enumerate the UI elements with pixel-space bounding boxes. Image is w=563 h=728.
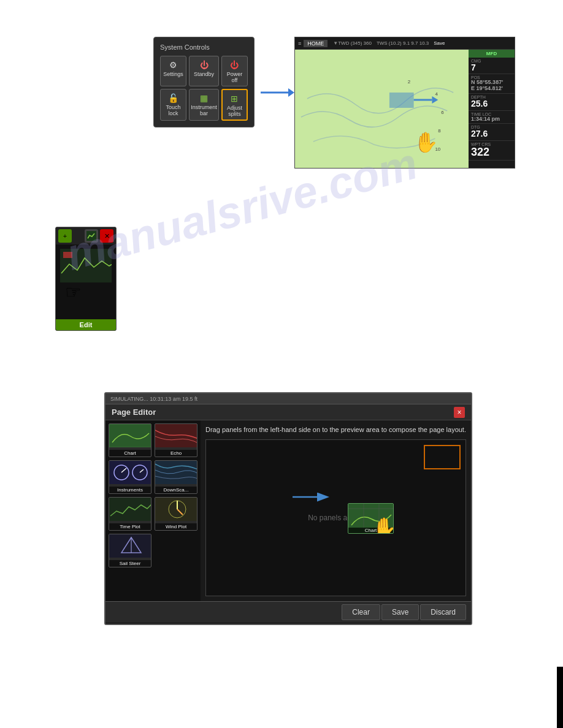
panel-thumb-chart-label: Chart <box>109 450 151 457</box>
preview-slot-box <box>424 445 461 469</box>
nav-chart-area: 2 4 6 8 10 🤚 <box>295 50 469 169</box>
chart-mini-icon[interactable] <box>85 229 98 243</box>
panel-thumb-timeplot-label: Time Plot <box>109 523 151 530</box>
nav-timeloc-row: TIME LOC 1:34:14 pm <box>469 111 515 124</box>
panel-thumb-downscan-label: DownSca... <box>155 487 197 493</box>
page-editor-title: Page Editor <box>112 408 156 417</box>
page-editor-titlebar: Page Editor × <box>105 404 471 420</box>
panel-thumb-echo[interactable]: Echo <box>155 423 197 457</box>
svg-text:6: 6 <box>441 110 444 115</box>
page-editor-panel: SIMULATING... 10:31:13 am 19.5 ft Page E… <box>104 392 472 625</box>
lock-icon: 🔓 <box>162 93 185 103</box>
home-label: HOME <box>304 40 327 47</box>
system-controls-title: System Controls <box>160 44 248 51</box>
page-number-bar <box>557 667 563 728</box>
panel-thumb-chart[interactable]: Chart <box>109 423 151 457</box>
svg-rect-16 <box>109 461 151 484</box>
twd-label: TWD (345) 360 <box>338 40 372 46</box>
strip-chart-preview <box>60 249 112 282</box>
panel-thumb-downscan[interactable]: DownSca... <box>155 460 197 494</box>
page-editor-close-button[interactable]: × <box>454 407 465 418</box>
svg-marker-1 <box>288 88 294 97</box>
settings-icon: ⚙ <box>162 60 185 70</box>
splits-icon: ⊞ <box>224 94 245 104</box>
svg-rect-12 <box>63 252 72 258</box>
system-controls-grid: ⚙ Settings ⏻ Standby ⏻ Power off 🔓 Touch… <box>160 56 248 121</box>
panel-thumb-sailsteer[interactable]: Sail Steer <box>109 534 151 567</box>
page-editor-topbar: SIMULATING... 10:31:13 am 19.5 ft <box>105 393 471 404</box>
svg-rect-23 <box>155 498 197 521</box>
standby-icon: ⏻ <box>191 60 217 70</box>
page-editor-right: Drag panels from the left-hand side on t… <box>201 420 471 601</box>
clear-button[interactable]: Clear <box>342 604 380 620</box>
nav-dtg-row: DTG 27.6 <box>469 124 515 140</box>
page-editor-preview-area[interactable]: No panels added <box>205 439 466 596</box>
page-editor-instruction: Drag panels from the left-hand side on t… <box>205 425 466 434</box>
nav-body: 2 4 6 8 10 🤚 MFD CMG 7 POS N 58°55.38 <box>295 50 515 169</box>
svg-text:4: 4 <box>435 91 438 97</box>
nav-pos-row: POS N 58°55.387' E 19°54.812' <box>469 74 515 94</box>
standby-button[interactable]: ⏻ Standby <box>189 56 219 86</box>
discard-button[interactable]: Discard <box>420 604 466 620</box>
power-off-button[interactable]: ⏻ Power off <box>221 56 248 86</box>
panel-thumb-windplot-label: Wind Plot <box>155 523 197 530</box>
nav-sidebar: MFD CMG 7 POS N 58°55.387' E 19°54.812' … <box>469 50 515 169</box>
tws-label: TWS (10.2) 9.1 9.7 10.3 <box>377 40 429 46</box>
adjust-splits-button[interactable]: ⊞ Adjust splits <box>221 89 248 121</box>
drag-arrow-indicator <box>289 488 332 509</box>
instrument-bar-button[interactable]: ▦ Instrument bar <box>189 89 219 121</box>
panel-thumb-echo-label: Echo <box>155 450 197 457</box>
svg-rect-15 <box>155 424 197 447</box>
drag-finger-cursor: 🤚 <box>372 516 394 534</box>
save-label[interactable]: Save <box>434 40 445 46</box>
power-icon: ⏻ <box>223 60 246 70</box>
save-button[interactable]: Save <box>381 604 419 620</box>
settings-button[interactable]: ⚙ Settings <box>160 56 186 86</box>
page-editor-panel-list: Chart Echo <box>105 420 201 601</box>
drag-panel-chart: Chart 🤚 <box>348 503 394 534</box>
strip-edit-label: Edit <box>56 319 116 330</box>
svg-text:8: 8 <box>438 128 441 134</box>
arrow-right-indicator <box>261 86 294 103</box>
nav-device-header: ≡ HOME ▼ TWD (345) 360 TWS (10.2) 9.1 9.… <box>295 37 515 50</box>
nav-device-screenshot: ≡ HOME ▼ TWD (345) 360 TWS (10.2) 9.1 9.… <box>294 37 515 169</box>
page-editor-body: Chart Echo <box>105 420 471 601</box>
nav-sidebar-header: MFD <box>469 50 515 58</box>
instrument-icon: ▦ <box>191 93 217 103</box>
svg-text:2: 2 <box>408 79 411 85</box>
panel-thumb-instruments[interactable]: Instruments <box>109 460 151 494</box>
add-panel-icon[interactable]: + <box>58 229 72 243</box>
panel-thumb-windplot[interactable]: Wind Plot <box>155 497 197 531</box>
panel-strip-header: + ✕ <box>56 227 116 245</box>
close-strip-icon[interactable]: ✕ <box>100 229 113 243</box>
nav-depth-row: DEPTH 25.6 <box>469 94 515 110</box>
section1-container: System Controls ⚙ Settings ⏻ Standby ⏻ P… <box>31 37 534 178</box>
touch-lock-button[interactable]: 🔓 Touch lock <box>160 89 186 121</box>
panel-thumb-timeplot[interactable]: Time Plot <box>109 497 151 531</box>
strip-previews <box>56 245 116 287</box>
system-controls-panel: System Controls ⚙ Settings ⏻ Standby ⏻ P… <box>153 37 255 127</box>
nav-cmg-row: CMG 7 <box>469 58 515 74</box>
panel-thumb-instruments-label: Instruments <box>109 487 151 493</box>
section2-container: + ✕ ☞ <box>55 227 129 334</box>
finger-cursor-strip: ☞ <box>65 281 82 303</box>
svg-rect-3 <box>389 93 414 108</box>
panel-thumb-sailsteer-label: Sail Steer <box>109 560 151 567</box>
finger-cursor-nav: 🤚 <box>413 131 438 154</box>
panel-strip: + ✕ ☞ <box>55 227 117 331</box>
svg-rect-27 <box>109 534 151 558</box>
nav-wptcrs-row: WPT CRS 322 <box>469 141 515 161</box>
svg-rect-22 <box>109 498 151 521</box>
page-editor-footer: Clear Save Discard <box>105 601 471 623</box>
